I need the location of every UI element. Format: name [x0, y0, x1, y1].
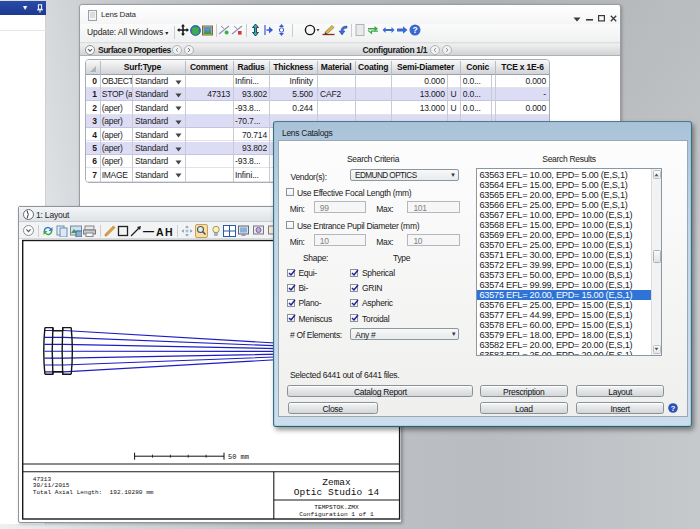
svg-text:50 mm: 50 mm: [228, 453, 249, 461]
svg-text:?: ?: [412, 25, 417, 35]
svg-text:Configuration 1 of 1: Configuration 1 of 1: [299, 511, 374, 518]
svg-text:TEMPSTOK.ZMX: TEMPSTOK.ZMX: [314, 504, 359, 511]
svg-text:Optic Studio 14: Optic Studio 14: [294, 487, 380, 498]
svg-text:Total Axial Length: 192.10280: Total Axial Length: 192.10280 mm: [33, 489, 154, 496]
svg-text:?: ?: [670, 403, 675, 412]
